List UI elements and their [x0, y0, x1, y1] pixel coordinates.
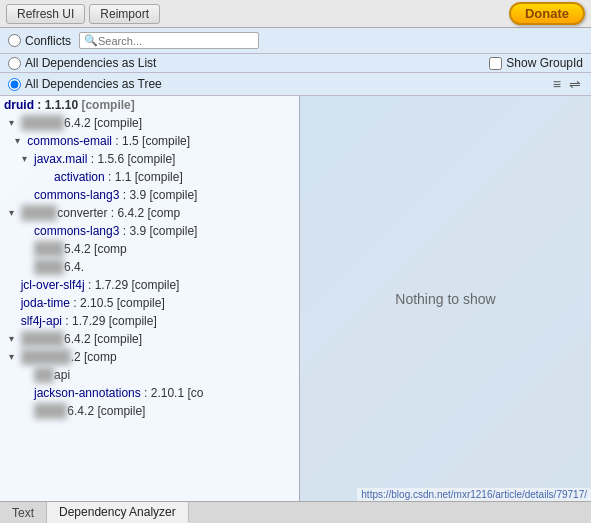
- main-container: Refresh UI Reimport Donate Conflicts 🔍 A…: [0, 0, 591, 523]
- show-groupid-checkbox[interactable]: [489, 57, 502, 70]
- list-item[interactable]: slf4j-api : 1.7.29 [compile]: [0, 312, 299, 330]
- tree-root-item[interactable]: druid : 1.1.10 [compile]: [0, 96, 299, 114]
- tree-icons: ≡ ⇌: [551, 75, 583, 93]
- split-pane: druid : 1.1.10 [compile] ▾ 6.4.2 [compil…: [0, 96, 591, 501]
- expand-icon: ▾: [9, 115, 21, 131]
- list-item[interactable]: 5.4.2 [comp: [0, 240, 299, 258]
- list-item[interactable]: 6.4.: [0, 258, 299, 276]
- list-item[interactable]: api: [0, 366, 299, 384]
- root-artifact: druid: [4, 98, 34, 112]
- search-input[interactable]: [98, 35, 254, 47]
- right-panel: Nothing to show: [300, 96, 591, 501]
- item-text: 6.4.2 [compile]: [67, 403, 145, 419]
- root-version: 1.1.10: [45, 98, 78, 112]
- list-item[interactable]: 6.4.2 [compile]: [0, 402, 299, 420]
- item-text: commons-lang3 : 3.9 [compile]: [34, 187, 197, 203]
- nothing-to-show-text: Nothing to show: [395, 291, 495, 307]
- show-groupid-text: Show GroupId: [506, 56, 583, 70]
- list-item[interactable]: ▾ .2 [comp: [0, 348, 299, 366]
- root-scope: [compile]: [81, 98, 134, 112]
- all-deps-list-label: All Dependencies as List: [25, 56, 156, 70]
- search-box: 🔍: [79, 32, 259, 49]
- expand-icon: ▾: [22, 151, 34, 167]
- tab-text[interactable]: Text: [0, 502, 47, 523]
- item-text: javax.mail : 1.5.6 [compile]: [34, 151, 175, 167]
- reimport-button[interactable]: Reimport: [89, 4, 160, 24]
- list-item[interactable]: ▾ converter : 6.4.2 [comp: [0, 204, 299, 222]
- list-item[interactable]: jcl-over-slf4j : 1.7.29 [compile]: [0, 276, 299, 294]
- collapse-all-button[interactable]: ⇌: [567, 75, 583, 93]
- expand-icon: ▾: [9, 349, 21, 365]
- root-separator: :: [37, 98, 44, 112]
- item-text: 6.4.2 [compile]: [64, 331, 142, 347]
- all-deps-tree-radio-label[interactable]: All Dependencies as Tree: [8, 77, 162, 91]
- expand-icon: ▾: [9, 205, 21, 221]
- expand-all-button[interactable]: ≡: [551, 75, 563, 93]
- options-row-2: All Dependencies as List Show GroupId: [0, 54, 591, 73]
- tree-panel[interactable]: druid : 1.1.10 [compile] ▾ 6.4.2 [compil…: [0, 96, 300, 501]
- list-item[interactable]: commons-lang3 : 3.9 [compile]: [0, 186, 299, 204]
- list-item[interactable]: ▾ commons-email : 1.5 [compile]: [0, 132, 299, 150]
- all-deps-list-radio-label[interactable]: All Dependencies as List: [8, 56, 156, 70]
- item-text: .2 [comp: [71, 349, 117, 365]
- tab-dependency-analyzer-label: Dependency Analyzer: [59, 505, 176, 519]
- toolbar: Refresh UI Reimport Donate: [0, 0, 591, 28]
- item-text: joda-time : 2.10.5 [compile]: [21, 295, 165, 311]
- content-area: Conflicts 🔍 All Dependencies as List Sho…: [0, 28, 591, 501]
- list-item[interactable]: activation : 1.1 [compile]: [0, 168, 299, 186]
- item-text: commons-lang3 : 3.9 [compile]: [34, 223, 197, 239]
- item-text: activation : 1.1 [compile]: [54, 169, 183, 185]
- item-text: 6.4.: [64, 259, 84, 275]
- list-item[interactable]: jackson-annotations : 2.10.1 [co: [0, 384, 299, 402]
- list-item[interactable]: ▾ 6.4.2 [compile]: [0, 114, 299, 132]
- conflicts-radio[interactable]: [8, 34, 21, 47]
- all-deps-tree-label: All Dependencies as Tree: [25, 77, 162, 91]
- all-deps-tree-radio[interactable]: [8, 78, 21, 91]
- list-item[interactable]: joda-time : 2.10.5 [compile]: [0, 294, 299, 312]
- refresh-ui-button[interactable]: Refresh UI: [6, 4, 85, 24]
- item-text: commons-email : 1.5 [compile]: [27, 133, 190, 149]
- item-text: 6.4.2 [compile]: [64, 115, 142, 131]
- options-row-1: Conflicts 🔍: [0, 28, 591, 54]
- conflicts-label: Conflicts: [25, 34, 71, 48]
- item-text: converter : 6.4.2 [comp: [57, 205, 180, 221]
- donate-button[interactable]: Donate: [509, 2, 585, 25]
- toolbar-left: Refresh UI Reimport: [6, 4, 160, 24]
- item-text: jcl-over-slf4j : 1.7.29 [compile]: [21, 277, 180, 293]
- list-item[interactable]: ▾ 6.4.2 [compile]: [0, 330, 299, 348]
- tab-dependency-analyzer[interactable]: Dependency Analyzer: [47, 502, 189, 523]
- conflicts-radio-label[interactable]: Conflicts: [8, 34, 71, 48]
- expand-icon: ▾: [9, 331, 21, 347]
- list-item[interactable]: ▾ javax.mail : 1.5.6 [compile]: [0, 150, 299, 168]
- item-text: slf4j-api : 1.7.29 [compile]: [21, 313, 157, 329]
- all-deps-list-radio[interactable]: [8, 57, 21, 70]
- root-text: druid : 1.1.10 [compile]: [4, 97, 135, 113]
- search-icon: 🔍: [84, 34, 98, 47]
- item-text: api: [54, 367, 70, 383]
- show-groupid-label[interactable]: Show GroupId: [489, 56, 583, 70]
- options-row-3: All Dependencies as Tree ≡ ⇌: [0, 73, 591, 96]
- tab-bar: Text Dependency Analyzer: [0, 501, 591, 523]
- item-text: 5.4.2 [comp: [64, 241, 127, 257]
- expand-icon: ▾: [15, 133, 27, 149]
- item-text: jackson-annotations : 2.10.1 [co: [34, 385, 203, 401]
- list-item[interactable]: commons-lang3 : 3.9 [compile]: [0, 222, 299, 240]
- tab-text-label: Text: [12, 506, 34, 520]
